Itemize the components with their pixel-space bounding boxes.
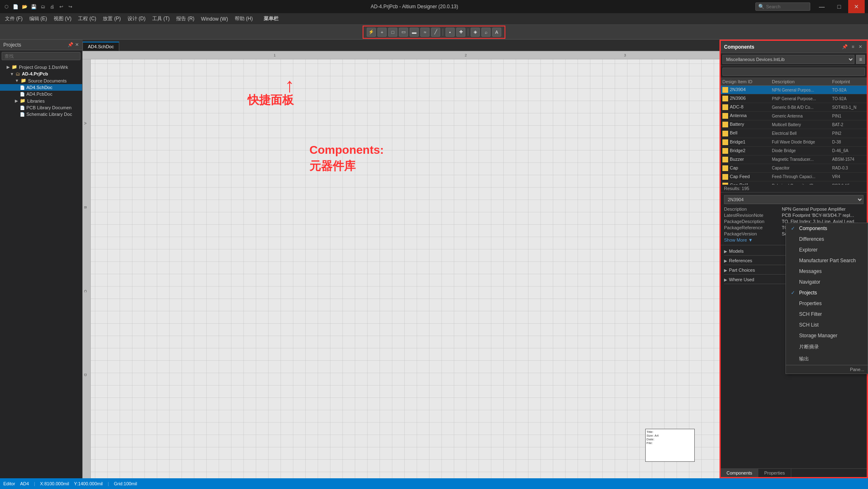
section-references-label: References [729, 258, 752, 263]
tab-components[interactable]: Components [721, 469, 758, 477]
projects-search-input[interactable] [2, 52, 80, 60]
toolbar-filter-btn[interactable]: ⚡ [367, 28, 376, 37]
menu-reports[interactable]: 报告 (R) [173, 14, 198, 24]
dropdown-item-output[interactable]: 输出 [786, 353, 868, 365]
tree-item-ad4-pcbdoc[interactable]: 📄 AD4.PcbDoc [0, 91, 82, 97]
menu-window[interactable]: Window (W) [198, 14, 231, 24]
comp-row-bridge1[interactable]: Bridge1 Full Wave Diode Bridge D-38 [721, 138, 867, 147]
dropdown-item-components[interactable]: ✓ Components [786, 223, 868, 234]
toolbar-cross-btn[interactable]: ✚ [456, 28, 465, 37]
toolbar-search-btn[interactable]: ⌕ [481, 28, 491, 37]
comp-desc: PNP General Purpose... [772, 96, 832, 101]
dropdown-item-storage-manager[interactable]: Storage Manager [786, 330, 868, 341]
comp-row-cappol1[interactable]: Cap Pol1 Polarized Capacitor (R... RB7.6… [721, 181, 867, 185]
undo-icon[interactable]: ↩ [58, 3, 64, 10]
doc-tab-bar: AD4.SchDoc [83, 40, 719, 51]
dropdown-item-properties[interactable]: Properties [786, 298, 868, 309]
menu-file[interactable]: 文件 (F) [2, 14, 26, 24]
libs-folder-icon: 📁 [20, 98, 26, 103]
panel-pin-icon[interactable]: 📌 [68, 42, 73, 47]
section-part-choices-label: Part Choices [729, 268, 755, 273]
redo-icon[interactable]: ↪ [67, 3, 73, 10]
component-search-input[interactable] [722, 68, 865, 76]
library-dropdown[interactable]: Miscellaneous Devices.IntLib [722, 55, 854, 64]
selected-component-dropdown[interactable]: 2N3904 [724, 195, 863, 204]
comp-row-2n3906[interactable]: 2N3906 PNP General Purpose... TO-92A [721, 94, 867, 103]
comp-row-bell[interactable]: Bell Electrical Bell PIN2 [721, 129, 867, 138]
statusbar: Editor AD4 | X:8100.000mil Y:1400.000mil… [0, 478, 868, 489]
open-icon[interactable]: 📂 [21, 3, 28, 10]
menubar: 文件 (F) 编辑 (E) 视图 (V) 工程 (C) 放置 (P) 设计 (D… [0, 13, 868, 25]
ruler-tick-d: D [83, 374, 87, 376]
close-button[interactable]: ✕ [848, 0, 865, 13]
library-selector-row: Miscellaneous Devices.IntLib ≡ [721, 53, 867, 66]
tree-item-prjpcb[interactable]: ▼ 🗂 AD-4.PrjPcb [0, 71, 82, 77]
comp-row-2n3904[interactable]: 2N3904 NPN General Purpos... TO-92A [721, 86, 867, 94]
comp-id: Bell [722, 130, 772, 136]
library-options-btn[interactable]: ≡ [856, 55, 865, 64]
menu-help[interactable]: 帮助 (H) [231, 14, 256, 24]
prjpcb-label: AD-4.PrjPcb [22, 71, 48, 76]
dropdown-item-projects[interactable]: ✓ Projects [786, 287, 868, 298]
tree-item-group[interactable]: ▶ 📁 Project Group 1.DsnWrk [0, 63, 82, 71]
dropdown-item-snippets[interactable]: 片断摘录 [786, 341, 868, 353]
tree-item-libraries[interactable]: ▶ 📁 Libraries [0, 97, 82, 104]
comp-icon [722, 96, 728, 101]
print-icon[interactable]: 🖨 [49, 3, 55, 10]
schlib-icon: 📄 [20, 112, 25, 117]
menu-tools[interactable]: 工具 (T) [149, 14, 173, 24]
dropdown-item-explorer[interactable]: Explorer [786, 244, 868, 255]
dropdown-item-differences[interactable]: Differences [786, 234, 868, 244]
menu-project[interactable]: 工程 (C) [75, 14, 99, 24]
comp-id: ADC-8 [722, 104, 772, 110]
menu-place[interactable]: 放置 (P) [99, 14, 124, 24]
toolbar-diamond-btn[interactable]: ◈ [471, 28, 480, 37]
dropdown-item-navigator[interactable]: Navigator [786, 277, 868, 287]
save-icon[interactable]: 💾 [31, 3, 37, 10]
dropdown-item-messages[interactable]: Messages [786, 266, 868, 277]
comp-desc: Full Wave Diode Bridge [772, 140, 832, 144]
toolbar-add-btn[interactable]: + [377, 28, 387, 37]
toolbar-box1-btn[interactable]: ▪ [446, 28, 455, 37]
schematic-canvas[interactable]: 1 2 3 A B C D Title: Size: A4 Date: File… [83, 51, 719, 478]
comp-row-buzzer[interactable]: Buzzer Magnetic Transducer... ABSM-1574 [721, 155, 867, 164]
menu-design[interactable]: 设计 (D) [124, 14, 149, 24]
dropdown-label: Storage Manager [799, 333, 837, 339]
doc-tab-schdoc[interactable]: AD4.SchDoc [83, 42, 119, 51]
panel-close-btn[interactable]: ✕ [857, 44, 863, 50]
comp-row-antenna[interactable]: Antenna Generic Antenna PIN1 [721, 112, 867, 120]
toolbar-text-btn[interactable]: A [492, 28, 501, 37]
dropdown-item-sch-filter[interactable]: SCH Filter [786, 309, 868, 320]
project-icon: 🗂 [16, 71, 20, 76]
panel-options-icon[interactable]: 📌 [841, 44, 849, 50]
maximize-button[interactable]: □ [831, 0, 847, 13]
comp-row-bridge2[interactable]: Bridge2 Diode Bridge D-46_6A [721, 147, 867, 155]
comp-row-adc8[interactable]: ADC-8 Generic 8-Bit A/D Co... SOT403-1_N [721, 103, 867, 112]
toolbar-rect2-btn[interactable]: ▭ [399, 28, 408, 37]
panel-close-icon[interactable]: ✕ [75, 42, 79, 47]
minimize-button[interactable]: — [814, 0, 830, 13]
toolbar-wave-btn[interactable]: ≈ [420, 28, 429, 37]
app-title: AD-4.PrjPcb - Altium Designer (20.0.13) [73, 4, 755, 9]
tree-item-source-docs[interactable]: ▼ 📁 Source Documents [0, 77, 82, 84]
comp-row-cap[interactable]: Cap Capacitor RAD-0.3 [721, 164, 867, 173]
menu-edit[interactable]: 编辑 (E) [26, 14, 50, 24]
new-icon[interactable]: 📄 [12, 3, 19, 10]
tree-item-pcb-lib[interactable]: 📄 PCB Library Documen [0, 104, 82, 111]
comp-row-battery[interactable]: Battery Multicell Battery BAT-2 [721, 120, 867, 129]
dropdown-item-mfr-part-search[interactable]: Manufacturer Part Search [786, 255, 868, 266]
dropdown-item-sch-list[interactable]: SCH List [786, 320, 868, 330]
panel-menu-icon[interactable]: ≡ [851, 44, 856, 50]
toolbar-wire-btn[interactable]: ▬ [410, 28, 419, 37]
toolbar-rect-btn[interactable]: □ [388, 28, 397, 37]
projects-panel: Projects 📌 ✕ ▶ 📁 Project Group 1.DsnWrk … [0, 40, 83, 478]
tab-properties[interactable]: Properties [758, 469, 791, 477]
tree-item-ad4-schdoc[interactable]: 📄 AD4.SchDoc [0, 84, 82, 91]
titlebar-search-box[interactable]: 🔍 [755, 2, 810, 11]
save-all-icon[interactable]: 🗂 [40, 3, 46, 10]
tree-item-sch-lib[interactable]: 📄 Schematic Library Doc [0, 111, 82, 118]
toolbar-line-btn[interactable]: ╱ [431, 28, 440, 37]
menu-view[interactable]: 视图 (V) [50, 14, 75, 24]
comp-row-capfeed[interactable]: Cap Feed Feed-Through Capaci... VR4 [721, 173, 867, 181]
titlebar-search-input[interactable] [766, 4, 807, 9]
